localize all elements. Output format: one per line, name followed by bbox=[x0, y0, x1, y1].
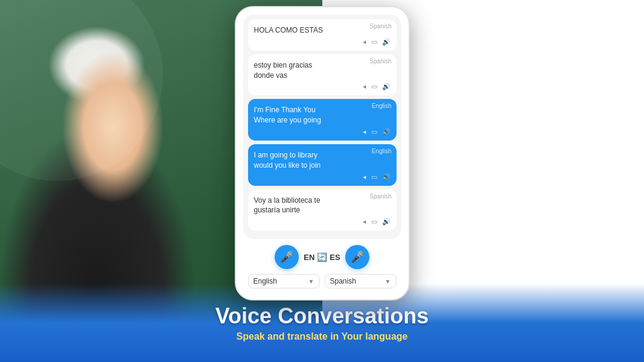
msg-lang-3: English bbox=[372, 103, 392, 109]
msg-text-4: I am going to librarywould you like to j… bbox=[254, 150, 391, 171]
left-lang-select[interactable]: English ▼ bbox=[248, 274, 320, 288]
lang-display: EN 🔄 ES bbox=[304, 252, 340, 262]
lang-switcher-row: 🎤 EN 🔄 ES 🎤 bbox=[275, 245, 369, 269]
right-lang-arrow: ▼ bbox=[385, 278, 391, 285]
speaker-icon-2[interactable]: 🔊 bbox=[382, 83, 391, 91]
msg-lang-2: Spanish bbox=[369, 58, 391, 65]
right-lang-select[interactable]: Spanish ▼ bbox=[325, 274, 397, 288]
share-icon-2[interactable]: ◂ bbox=[363, 83, 366, 91]
phone-mockup: Spanish HOLA COMO ESTAS ◂ ▭ 🔊 Spanish es… bbox=[235, 6, 410, 300]
main-headline: Voice Conversations bbox=[215, 303, 429, 329]
msg-actions-3: ◂ ▭ 🔊 bbox=[254, 128, 391, 136]
copy-icon-2[interactable]: ▭ bbox=[371, 83, 377, 91]
msg-lang-4: English bbox=[372, 148, 392, 154]
speaker-icon-3[interactable]: 🔊 bbox=[382, 128, 391, 136]
app-subtitle: Speak and translate in Your language bbox=[237, 331, 408, 342]
copy-icon-1[interactable]: ▭ bbox=[371, 38, 377, 46]
msg-lang-5: Spanish bbox=[369, 193, 391, 200]
msg-actions-2: ◂ ▭ 🔊 bbox=[254, 83, 391, 91]
copy-icon-5[interactable]: ▭ bbox=[371, 218, 377, 226]
lang-selectors-row: English ▼ Spanish ▼ bbox=[248, 274, 397, 288]
chat-message-1: Spanish HOLA COMO ESTAS ◂ ▭ 🔊 bbox=[248, 19, 397, 51]
mic-button-left[interactable]: 🎤 bbox=[275, 245, 299, 269]
lang-left-code: EN bbox=[304, 253, 314, 262]
swap-icon[interactable]: 🔄 bbox=[317, 252, 327, 262]
left-lang-label: English bbox=[253, 277, 277, 285]
share-icon-3[interactable]: ◂ bbox=[363, 128, 366, 136]
speaker-icon-4[interactable]: 🔊 bbox=[382, 173, 391, 181]
msg-actions-4: ◂ ▭ 🔊 bbox=[254, 173, 391, 181]
speaker-icon-5[interactable]: 🔊 bbox=[382, 218, 391, 226]
chat-message-3: English I'm Fine Thank YouWhere are you … bbox=[248, 99, 397, 141]
chat-area: Spanish HOLA COMO ESTAS ◂ ▭ 🔊 Spanish es… bbox=[243, 14, 401, 239]
msg-actions-1: ◂ ▭ 🔊 bbox=[254, 38, 391, 46]
share-icon-4[interactable]: ◂ bbox=[363, 173, 366, 181]
share-icon-1[interactable]: ◂ bbox=[363, 38, 366, 46]
copy-icon-4[interactable]: ▭ bbox=[371, 173, 377, 181]
lang-right-code: ES bbox=[330, 253, 340, 262]
chat-message-5: Spanish Voy a la biblioteca tegustaría u… bbox=[248, 189, 397, 231]
phone-bottom-controls: 🎤 EN 🔄 ES 🎤 English ▼ Spanish ▼ bbox=[243, 239, 401, 292]
right-lang-label: Spanish bbox=[330, 277, 356, 285]
mic-icon-right: 🎤 bbox=[351, 250, 364, 264]
left-lang-arrow: ▼ bbox=[308, 278, 314, 285]
msg-text-3: I'm Fine Thank YouWhere are you going bbox=[254, 105, 391, 125]
chat-message-4: English I am going to librarywould you l… bbox=[248, 144, 397, 186]
msg-actions-5: ◂ ▭ 🔊 bbox=[254, 218, 391, 226]
app-title: Voice Conversations bbox=[215, 303, 429, 328]
phone-frame: Spanish HOLA COMO ESTAS ◂ ▭ 🔊 Spanish es… bbox=[235, 6, 410, 300]
speaker-icon-1[interactable]: 🔊 bbox=[382, 38, 391, 46]
mic-icon-left: 🎤 bbox=[280, 250, 293, 264]
copy-icon-3[interactable]: ▭ bbox=[371, 128, 377, 136]
msg-lang-1: Spanish bbox=[369, 23, 391, 30]
mic-button-right[interactable]: 🎤 bbox=[345, 245, 369, 269]
share-icon-5[interactable]: ◂ bbox=[363, 218, 366, 226]
chat-message-2: Spanish estoy bien graciasdonde vas ◂ ▭ … bbox=[248, 54, 397, 96]
